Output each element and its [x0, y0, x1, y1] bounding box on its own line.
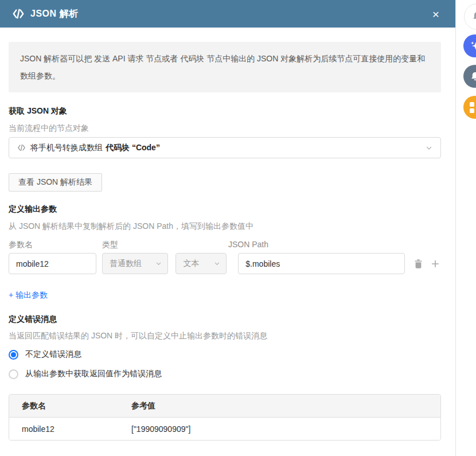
ai-sparkle-button[interactable] — [463, 34, 476, 57]
param-item-type-select[interactable]: 文本 — [175, 253, 227, 274]
section-title-output-params: 定义输出参数 — [9, 203, 441, 215]
node-select-value-bold: 代码块 “Code” — [106, 143, 160, 153]
table-cell-name: mobile12 — [9, 424, 123, 434]
json-parse-drawer: JSON 解析 × JSON 解析器可以把 发送 API 请求 节点或者 代码块… — [0, 0, 456, 456]
intro-info-box: JSON 解析器可以把 发送 API 请求 节点或者 代码块 节点中输出的 JS… — [9, 42, 441, 92]
chevron-down-icon — [214, 260, 220, 267]
alert-bell-button[interactable] — [463, 65, 476, 88]
node-object-subtitle: 当前流程中的节点对象 — [9, 122, 441, 134]
radio-label: 从输出参数中获取返回值作为错误消息 — [25, 369, 162, 379]
param-type-label: 类型 — [102, 239, 228, 250]
apps-grid-button[interactable] — [463, 96, 476, 119]
param-item-type-value: 文本 — [183, 259, 199, 269]
add-output-param-link[interactable]: + 输出参数 — [9, 289, 48, 301]
param-name-input[interactable] — [9, 253, 96, 274]
chevron-down-icon — [426, 145, 432, 151]
radio-label: 不定义错误消息 — [25, 349, 81, 360]
error-message-description: 当返回匹配错误结果的 JSON 时，可以自定义中止输出参数时的错误消息 — [9, 330, 441, 341]
drawer-body: JSON 解析器可以把 发送 API 请求 节点或者 代码块 节点中输出的 JS… — [0, 28, 455, 441]
drawer-title: JSON 解析 — [30, 8, 79, 20]
code-brackets-icon — [11, 7, 25, 21]
radio-selected-icon — [9, 350, 18, 360]
table-cell-value: ["19909090909"] — [123, 424, 440, 434]
table-header-value: 参考值 — [123, 401, 440, 411]
json-path-label: JSON Path — [228, 239, 441, 250]
close-icon[interactable]: × — [428, 6, 444, 22]
radio-error-from-output[interactable]: 从输出参数中获取返回值作为错误消息 — [9, 369, 441, 379]
code-block-icon — [17, 143, 26, 152]
notification-bell-button[interactable] — [464, 3, 476, 30]
param-row: 普通数组 文本 — [9, 253, 441, 274]
node-object-select[interactable]: 将手机号转换成数组 代码块 “Code” — [9, 137, 441, 158]
param-preview-table: 参数名 参考值 mobile12 ["19909090909"] — [9, 394, 441, 441]
apps-grid-icon — [470, 102, 476, 113]
param-type-array-select[interactable]: 普通数组 — [102, 253, 168, 274]
param-name-label: 参数名 — [9, 239, 102, 250]
output-params-description: 从 JSON 解析结果中复制解析后的 JSON Path，填写到输出参数值中 — [9, 220, 441, 232]
section-title-get-json: 获取 JSON 对象 — [9, 105, 441, 116]
param-type-array-value: 普通数组 — [110, 259, 142, 269]
table-header-row: 参数名 参考值 — [9, 395, 440, 418]
delete-param-icon[interactable] — [413, 258, 424, 270]
table-header-name: 参数名 — [9, 401, 123, 411]
node-select-value: 将手机号转换成数组 — [30, 143, 103, 153]
radio-no-error-message[interactable]: 不定义错误消息 — [9, 349, 441, 360]
chevron-down-icon — [155, 260, 162, 267]
json-path-input[interactable] — [238, 253, 404, 274]
view-parse-result-button[interactable]: 查看 JSON 解析结果 — [9, 173, 102, 192]
add-param-icon[interactable] — [430, 258, 441, 270]
drawer-header: JSON 解析 × — [0, 0, 455, 28]
table-row: mobile12 ["19909090909"] — [9, 418, 440, 440]
param-column-labels: 参数名 类型 JSON Path — [9, 239, 441, 250]
radio-unselected-icon — [9, 369, 18, 379]
section-title-error-message: 定义错误消息 — [9, 313, 441, 325]
